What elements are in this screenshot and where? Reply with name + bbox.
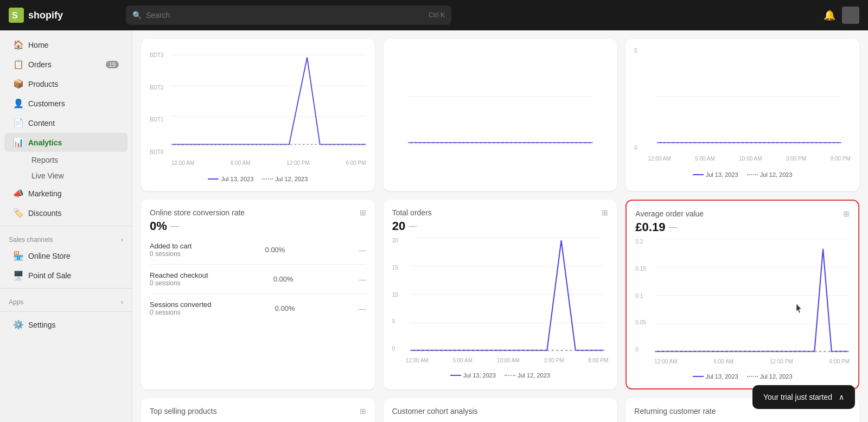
search-bar[interactable]: 🔍 Ctrl K	[126, 5, 451, 25]
trial-toast[interactable]: Your trial just started ∧	[752, 385, 855, 409]
middle-chart-svg	[392, 48, 609, 145]
orders-chart-svg	[406, 238, 609, 351]
sidebar-item-label: Online Store	[28, 252, 71, 260]
legend-dotted-line	[747, 376, 758, 377]
orders-legend: Jul 13, 2023 Jul 12, 2023	[392, 372, 609, 379]
sidebar-sub-analytics: Reports Live View	[0, 152, 132, 183]
search-icon: 🔍	[132, 11, 142, 20]
bdt-legend: Jul 13, 2023 Jul 12, 2023	[150, 176, 366, 182]
top-right-chart-svg	[648, 48, 851, 145]
sidebar-item-label: Point of Sale	[28, 271, 71, 280]
topbar: S shopify 🔍 Ctrl K 🔔	[0, 0, 868, 30]
apps-expand-icon[interactable]: ›	[121, 298, 123, 306]
conversion-card-header: Online store conversion rate ⊞	[150, 208, 366, 217]
orders-card-value: 20 —	[392, 219, 609, 233]
cohort-card: Customer cohort analysis	[384, 398, 617, 422]
conv-row-checkout: Reached checkout 0 sessions 0.00% —	[150, 265, 366, 294]
bdt-chart-svg	[171, 52, 366, 150]
top-right-legend: Jul 13, 2023 Jul 12, 2023	[634, 171, 851, 178]
avg-card-value: £0.19 —	[635, 220, 850, 234]
orders-chart-icon[interactable]: ⊞	[602, 208, 608, 217]
sidebar-item-home[interactable]: 🏠 Home	[4, 35, 127, 54]
avg-chart-icon[interactable]: ⊞	[843, 209, 850, 218]
legend-solid: Jul 13, 2023	[693, 171, 738, 178]
sales-channels-expand-icon[interactable]: ›	[121, 236, 123, 244]
sidebar-item-label: Content	[28, 119, 55, 127]
toast-chevron-icon: ∧	[839, 393, 844, 401]
sidebar-item-reports[interactable]: Reports	[27, 152, 127, 168]
avatar[interactable]	[842, 7, 859, 24]
avg-chart-svg	[654, 239, 850, 353]
avg-x-labels: 12:00 AM 6:00 AM 12:00 PM 6:00 PM	[654, 359, 850, 365]
sidebar-item-label: Live View	[31, 171, 64, 180]
sidebar-item-orders[interactable]: 📋 Orders 19	[4, 55, 127, 74]
sidebar-item-label: Customers	[28, 99, 65, 108]
orders-chart-area: 0 5 10 15 20	[392, 238, 609, 368]
legend-solid-line	[208, 178, 219, 180]
orders-x-labels: 12:00 AM 5:00 AM 10:00 AM 3:00 PM 8:00 P…	[406, 357, 609, 363]
sales-channels-label: Sales channels ›	[0, 229, 132, 246]
sidebar-item-settings[interactable]: ⚙️ Settings	[4, 315, 127, 334]
sidebar-item-discounts[interactable]: 🏷️ Discounts	[4, 203, 127, 222]
sidebar-divider-2	[0, 288, 132, 289]
conv-row-converted: Sessions converted 0 sessions 0.00% —	[150, 294, 366, 323]
sidebar-divider	[0, 226, 132, 226]
avg-chart-area: 0 0.05 0.1 0.15 0.2	[635, 239, 850, 369]
shopify-logo-icon: S	[9, 8, 24, 23]
top-right-x-labels: 12:00 AM 5:00 AM 10:00 AM 3:00 PM 8:00 P…	[648, 156, 851, 162]
legend-dotted-line	[747, 174, 758, 175]
sidebar-item-marketing[interactable]: 📣 Marketing	[4, 184, 127, 203]
orders-y-axis: 0 5 10 15 20	[392, 238, 403, 351]
legend-solid: Jul 13, 2023	[208, 176, 253, 182]
main-content: BDT0 BDT1 BDT2 BDT3	[132, 30, 868, 422]
cohort-title: Customer cohort analysis	[392, 407, 478, 415]
middle-top-card	[384, 39, 617, 191]
sidebar-item-online-store[interactable]: 🏪 Online Store	[4, 246, 127, 265]
svg-text:S: S	[12, 11, 18, 20]
sidebar-item-label: Home	[28, 41, 48, 49]
total-orders-card: Total orders ⊞ 20 — 0 5 10 15 20	[384, 200, 617, 389]
bdt-x-labels: 12:00 AM 6:00 AM 12:00 PM 6:00 PM	[171, 160, 366, 166]
sidebar: 🏠 Home 📋 Orders 19 📦 Products 👤 Customer…	[0, 30, 132, 422]
top-right-chart-area: 0 5 12:00 AM 5:00 AM 10:00 AM 3	[634, 48, 851, 167]
sidebar-item-label: Discounts	[28, 209, 61, 218]
logo-text: shopify	[28, 10, 63, 21]
sidebar-item-label: Marketing	[28, 189, 61, 198]
content-icon: 📄	[13, 118, 23, 128]
conversion-rate-card: Online store conversion rate ⊞ 0% — Adde…	[141, 200, 375, 389]
sidebar-item-analytics[interactable]: 📊 Analytics	[4, 133, 127, 152]
sidebar-item-customers[interactable]: 👤 Customers	[4, 94, 127, 113]
orders-badge: 19	[106, 61, 119, 68]
avg-order-value-card: Average order value ⊞ £0.19 — 0 0.05 0.1…	[626, 200, 859, 389]
layout: 🏠 Home 📋 Orders 19 📦 Products 👤 Customer…	[0, 30, 868, 422]
sidebar-item-liveview[interactable]: Live View	[27, 168, 127, 183]
middle-chart-area	[392, 48, 609, 167]
sidebar-item-label: Products	[28, 80, 58, 88]
sidebar-item-label: Analytics	[28, 138, 62, 147]
sidebar-item-pos[interactable]: 🖥️ Point of Sale	[4, 266, 127, 285]
top-right-card: 0 5 12:00 AM 5:00 AM 10:00 AM 3	[626, 39, 859, 191]
conversion-card-title: Online store conversion rate	[150, 208, 245, 217]
sidebar-item-label: Orders	[28, 60, 52, 69]
sidebar-item-products[interactable]: 📦 Products	[4, 74, 127, 93]
avg-card-title: Average order value	[635, 209, 704, 218]
sidebar-item-content[interactable]: 📄 Content	[4, 113, 127, 132]
cards-grid: BDT0 BDT1 BDT2 BDT3	[141, 39, 859, 422]
legend-solid-line	[693, 376, 704, 377]
conversion-chart-icon[interactable]: ⊞	[360, 208, 366, 217]
top-selling-card: Top selling products ⊞	[141, 398, 375, 422]
search-input[interactable]	[146, 11, 424, 20]
topbar-right: 🔔	[824, 7, 859, 24]
online-store-icon: 🏪	[13, 251, 23, 261]
sidebar-item-label: Reports	[31, 156, 58, 164]
notification-icon[interactable]: 🔔	[824, 9, 835, 21]
orders-icon: 📋	[13, 59, 23, 69]
legend-dotted-line	[262, 178, 273, 180]
legend-solid-line	[450, 375, 461, 376]
apps-label: Apps ›	[0, 292, 132, 308]
discounts-icon: 🏷️	[13, 208, 23, 218]
sidebar-item-label: Settings	[28, 321, 56, 329]
top-selling-icon[interactable]: ⊞	[360, 407, 366, 415]
pos-icon: 🖥️	[13, 270, 23, 280]
legend-dotted: Jul 12, 2023	[262, 176, 308, 182]
